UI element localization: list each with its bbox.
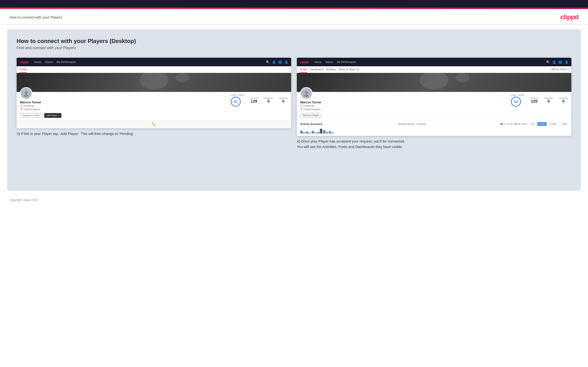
mock-avatar-wrap-right — [300, 87, 322, 100]
avatar-icon-right[interactable]: 👤 — [565, 60, 569, 64]
bar-on-5 — [323, 130, 325, 133]
user-icon-right[interactable]: 👤 — [552, 60, 556, 64]
screenshots-row: clippd Home Teams My Performance 🔍 👤 🌐 👤… — [17, 58, 571, 150]
followers-stat-right: Followers 0 — [544, 97, 553, 104]
mock-logo-right: clippd — [300, 60, 309, 64]
following-stat-left: Following 0 — [279, 97, 288, 104]
hero-title: How to connect with your Players (Deskto… — [17, 38, 571, 44]
mock-nav-left: clippd Home Teams My Performance 🔍 👤 🌐 👤 — [17, 58, 291, 66]
bar-group-4 — [317, 129, 322, 133]
mock-profile-main-row-right: Marcus Turner 1-5 Handicap 📍 United King… — [300, 94, 568, 117]
mock-tabs-left: Profile — [17, 66, 291, 73]
bar-off-3 — [314, 132, 317, 133]
mock-profile-right-right: Player Quality 92 Activities 129 Followe… — [511, 94, 568, 107]
bar-off-4 — [320, 129, 322, 133]
globe-icon-right[interactable]: 🌐 — [559, 60, 562, 64]
mock-tab-user-right[interactable]: Marcus Turner ▾ — [551, 66, 569, 73]
mock-tab-profile-left[interactable]: Profile — [19, 66, 27, 73]
location-icon-right: 📍 — [300, 108, 303, 111]
location-icon-left: 📍 — [20, 108, 23, 111]
player-handicap-left: 1-5 Handicap — [20, 104, 61, 108]
quality-stat-right: Player Quality 92 — [511, 94, 524, 107]
mock-activity-section: Activity Summary Monthly Activity · 6 Mo… — [297, 120, 571, 136]
player-handicap-right: 1-5 Handicap — [300, 104, 322, 108]
avatar-icon-left[interactable]: 👤 — [285, 60, 288, 64]
mock-activity-header: Activity Summary Monthly Activity · 6 Mo… — [300, 122, 568, 126]
legend-oncourse-label: On course — [503, 123, 513, 125]
top-bar — [0, 0, 588, 8]
mock-tab-activities-right[interactable]: Activities — [326, 66, 336, 73]
mock-nav-performance-left[interactable]: My Performance — [57, 61, 76, 63]
mock-profile-info-right: Marcus Turner 1-5 Handicap 📍 United King… — [300, 100, 322, 117]
bar-group-3 — [311, 131, 317, 133]
time-btn-1mth[interactable]: 1 mth — [560, 122, 568, 126]
activity-title: Activity Summary — [300, 123, 322, 125]
remove-player-button[interactable]: Remove Player — [300, 113, 322, 117]
mock-tabs-right: Profile Dashboard Activities What To Wor… — [297, 66, 571, 73]
svg-point-2 — [305, 91, 308, 94]
logo: clippd — [560, 13, 579, 21]
svg-point-3 — [304, 94, 309, 97]
footer-copyright: Copyright Clippd 2022 — [9, 198, 38, 202]
mock-buttons-right: Remove Player — [300, 113, 322, 117]
mock-logo-left: clippd — [19, 60, 28, 64]
mock-nav-teams-right[interactable]: Teams — [325, 61, 333, 63]
mock-buttons-left: Request to Follow Add Player + — [20, 113, 61, 118]
bar-off-5 — [326, 132, 328, 133]
bar-off-1 — [303, 132, 305, 133]
mock-profile-left: Marcus Turner 1-5 Handicap 📍 United King… — [20, 94, 61, 118]
request-follow-button[interactable]: Request to Follow — [20, 113, 42, 118]
legend-oncourse: On course — [501, 123, 513, 125]
player-name-left: Marcus Turner — [20, 100, 61, 104]
time-btn-1yr[interactable]: 1 yr — [529, 122, 536, 126]
search-icon-left[interactable]: 🔍 — [266, 60, 270, 64]
mock-banner-right — [297, 73, 571, 92]
player-location-left: 📍 United Kingdom — [20, 108, 61, 111]
mock-nav-teams-left[interactable]: Teams — [45, 61, 53, 63]
avatar-right — [300, 87, 312, 100]
time-btn-6mths[interactable]: 6 mths — [537, 122, 547, 126]
activity-controls: On course Off course 1 yr 6 mths 3 mths … — [501, 122, 568, 126]
screenshot-right-col: clippd Home Teams My Performance 🔍 👤 🌐 👤… — [297, 58, 571, 150]
mock-tab-dashboard-right[interactable]: Dashboard — [310, 66, 323, 73]
mock-nav-home-right[interactable]: Home — [314, 61, 321, 63]
footer: Copyright Clippd 2022 — [0, 195, 588, 205]
bar-on-6 — [329, 131, 331, 133]
bar-group-2 — [306, 132, 311, 133]
svg-point-1 — [24, 94, 28, 97]
search-icon-right[interactable]: 🔍 — [546, 60, 550, 64]
mock-nav-home-left[interactable]: Home — [34, 61, 41, 63]
screenshot-left-col: clippd Home Teams My Performance 🔍 👤 🌐 👤… — [17, 58, 291, 150]
bar-off-6 — [331, 132, 334, 133]
mock-bottom-left: ✏️ — [17, 120, 291, 128]
globe-icon-left[interactable]: 🌐 — [278, 60, 282, 64]
bar-on-2 — [306, 132, 308, 133]
mock-profile-left-right: Marcus Turner 1-5 Handicap 📍 United King… — [300, 94, 322, 117]
time-btn-3mths[interactable]: 3 mths — [548, 122, 558, 126]
mock-nav-icons-right: 🔍 👤 🌐 👤 — [546, 60, 569, 64]
mock-tab-profile-right[interactable]: Profile — [300, 66, 307, 73]
mock-nav-icons-left: 🔍 👤 🌐 👤 — [266, 60, 288, 64]
mock-profile-info-left: Marcus Turner 1-5 Handicap 📍 United King… — [20, 100, 61, 118]
mock-profile-section-right: Marcus Turner 1-5 Handicap 📍 United King… — [297, 92, 571, 120]
add-player-button[interactable]: Add Player + — [44, 113, 61, 118]
bar-group-6 — [329, 131, 334, 133]
avatar-left — [20, 87, 32, 100]
quality-circle-right: 92 — [511, 97, 521, 107]
pen-icon-left: ✏️ — [152, 123, 156, 126]
main-content: How to connect with your Players (Deskto… — [7, 29, 581, 191]
hero-subtitle: Find and connect with your Players — [17, 46, 571, 50]
bar-on-1 — [300, 131, 303, 133]
bar-on-3 — [311, 131, 314, 133]
activity-subtitle: Monthly Activity · 6 Months — [398, 123, 426, 125]
mock-app-right: clippd Home Teams My Performance 🔍 👤 🌐 👤… — [297, 58, 571, 136]
bar-on-4 — [317, 132, 320, 133]
mock-nav-performance-right[interactable]: My Performance — [337, 61, 356, 63]
mock-banner-overlay-right — [297, 73, 571, 92]
user-icon-left[interactable]: 👤 — [272, 60, 276, 64]
legend-offcourse-label: Off course — [517, 123, 527, 125]
page-title: How to connect with your Players — [9, 15, 62, 19]
mock-avatar-wrap-left — [20, 87, 61, 100]
caption-left: 3) If this is your Player tap, 'Add Play… — [17, 131, 291, 137]
mock-tab-whattoworkon-right[interactable]: What To Work On — [339, 66, 359, 73]
